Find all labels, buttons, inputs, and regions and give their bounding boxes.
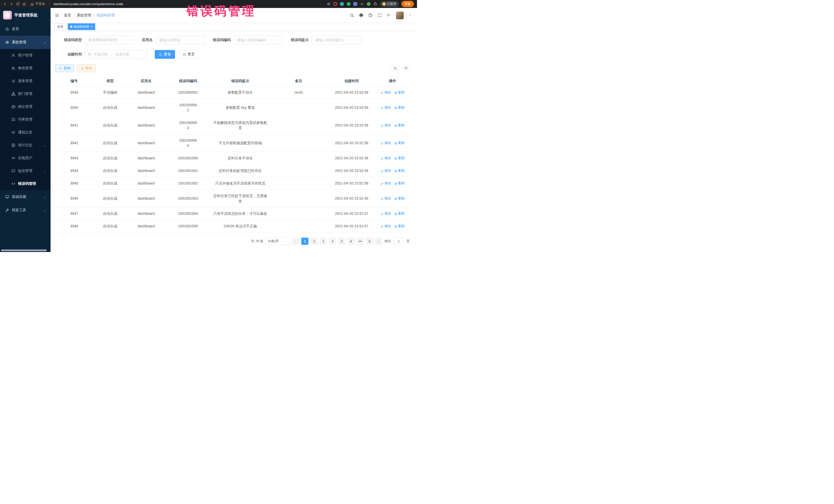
sidebar-item-user[interactable]: 用户管理 (0, 49, 50, 62)
browser-home-icon[interactable] (22, 2, 26, 6)
address-url[interactable]: dashboard.yudao.iocoder.cn/system/error-… (53, 2, 124, 6)
extension-icon[interactable]: on (360, 2, 364, 6)
pager-more-button[interactable]: ••• (357, 238, 364, 245)
delete-link[interactable]: 删除 (394, 168, 405, 173)
pager-page-6[interactable]: 6 (348, 238, 355, 245)
error-msg-input[interactable] (312, 36, 361, 44)
cell-type: 手动编辑 (93, 86, 127, 98)
sidebar-item-audit-log[interactable]: 审计日志 (0, 139, 50, 152)
edit-link[interactable]: 修改 (380, 155, 391, 161)
extension-icon[interactable] (353, 2, 357, 6)
edit-link[interactable]: 修改 (380, 105, 391, 110)
sidebar-item-infra[interactable]: 基础设施 (0, 190, 50, 203)
help-icon[interactable] (368, 13, 373, 18)
date-range-picker[interactable]: 开始日期 - 结束日期 (85, 50, 147, 59)
pager-prev-button[interactable]: ‹ (292, 238, 299, 245)
delete-link[interactable]: 删除 (394, 211, 405, 216)
error-type-select[interactable]: 请选择错误码类型 (85, 36, 134, 44)
sidebar-item-menu[interactable]: 菜单管理 (0, 75, 50, 88)
pager-page-2[interactable]: 2 (310, 238, 318, 245)
paused-badge[interactable]: 已暂停 (380, 1, 398, 7)
delete-link[interactable]: 删除 (394, 90, 405, 95)
bookmark-star-icon[interactable] (327, 2, 331, 6)
forward-icon[interactable] (9, 2, 13, 6)
close-icon[interactable]: × (91, 25, 93, 28)
delete-link[interactable]: 删除 (394, 155, 405, 161)
edit-link[interactable]: 修改 (380, 196, 391, 201)
chevron-down-icon[interactable] (409, 14, 411, 17)
sidebar-item-dev-tools[interactable]: 研发工具 (0, 203, 50, 217)
logo-row[interactable]: 芋道管理系统 (0, 8, 50, 22)
hamburger-icon[interactable] (54, 13, 59, 18)
sidebar-item-notice[interactable]: 通知公告 (0, 126, 50, 139)
sidebar-item-role[interactable]: 角色管理 (0, 62, 50, 75)
toggle-search-button[interactable] (391, 64, 399, 72)
delete-link[interactable]: 删除 (394, 105, 405, 110)
extension-icon[interactable] (333, 2, 337, 6)
back-icon[interactable] (3, 2, 7, 6)
cell-app: dashboard (127, 220, 165, 232)
sidebar-item-error-code[interactable]: 错误码管理 (0, 177, 50, 190)
breadcrumb-system[interactable]: 系统管理 (77, 13, 91, 18)
edit-link[interactable]: 修改 (380, 140, 391, 146)
cell-type: 自动生成 (93, 207, 127, 220)
error-code-input[interactable] (234, 36, 283, 44)
user-avatar[interactable] (396, 12, 404, 19)
refresh-table-button[interactable] (402, 64, 410, 72)
sidebar-item-home[interactable]: 首页 (0, 22, 50, 36)
page-size-select[interactable]: 10条/页 (265, 238, 290, 245)
tab-home[interactable]: 首页 (54, 23, 66, 30)
update-button[interactable]: 更新 (401, 1, 414, 7)
puzzle-icon[interactable] (373, 2, 377, 6)
pager-next-button[interactable]: › (375, 238, 382, 245)
search-icon[interactable] (350, 13, 354, 18)
sidebar-item-dict[interactable]: 字典管理 (0, 113, 50, 126)
reset-button[interactable]: 重置 (179, 50, 199, 59)
pager-pages: 123456•••8 (301, 238, 373, 245)
delete-link[interactable]: 删除 (394, 123, 405, 128)
sidebar-item-online-user[interactable]: 在线用户 (0, 152, 50, 165)
pager-page-8[interactable]: 8 (366, 238, 373, 245)
tab-error-code[interactable]: 错误码管理 × (68, 23, 95, 30)
extension-icon[interactable]: V (347, 2, 351, 6)
sidebar-scrollbar[interactable] (1, 249, 47, 251)
app-name-input[interactable] (156, 36, 205, 44)
security-label: 不安全 (36, 2, 45, 6)
font-size-icon[interactable]: TT (387, 13, 391, 18)
search-button[interactable]: 搜索 (155, 50, 175, 59)
breadcrumb-home[interactable]: 首页 (64, 13, 71, 18)
cell-msg: 定时任务的处理器已经存在 (211, 165, 270, 177)
edit-link[interactable]: 修改 (380, 90, 391, 95)
github-icon[interactable] (359, 13, 364, 18)
edit-link[interactable]: 修改 (380, 211, 391, 216)
cell-app: dashboard (127, 137, 165, 149)
delete-link[interactable]: 删除 (394, 223, 405, 229)
reload-icon[interactable] (16, 2, 20, 6)
pager-page-4[interactable]: 4 (329, 238, 336, 245)
pager-page-3[interactable]: 3 (320, 238, 327, 245)
edit-link[interactable]: 修改 (380, 168, 391, 173)
search-button-label: 搜索 (164, 52, 171, 57)
edit-link[interactable]: 修改 (380, 181, 391, 186)
edit-link[interactable]: 修改 (380, 223, 391, 229)
extension-icon[interactable] (367, 2, 371, 6)
delete-link[interactable]: 删除 (394, 181, 405, 186)
security-chip[interactable]: 不安全 (30, 2, 45, 6)
table-row: 3947自动生成dashboard1001001004只有开启状态的任务，才可以… (55, 207, 410, 220)
sidebar-item-system[interactable]: 系统管理 (0, 36, 50, 49)
sidebar-item-sms[interactable]: 短信管理 (0, 165, 50, 177)
fullscreen-icon[interactable] (377, 13, 382, 18)
delete-link[interactable]: 删除 (394, 196, 405, 201)
sidebar-item-dept[interactable]: 部门管理 (0, 88, 50, 100)
extension-icon[interactable] (340, 2, 344, 6)
trash-icon (394, 91, 397, 94)
pager-page-5[interactable]: 5 (338, 238, 345, 245)
export-button[interactable]: 导出 (77, 64, 96, 72)
delete-link[interactable]: 删除 (394, 140, 405, 146)
add-button[interactable]: 新增 (55, 64, 74, 72)
pager-page-1[interactable]: 1 (301, 238, 308, 245)
sidebar-item-post[interactable]: 岗位管理 (0, 100, 50, 113)
goto-page-input[interactable] (394, 238, 404, 245)
edit-link[interactable]: 修改 (380, 123, 391, 128)
tools-icon (5, 208, 9, 212)
